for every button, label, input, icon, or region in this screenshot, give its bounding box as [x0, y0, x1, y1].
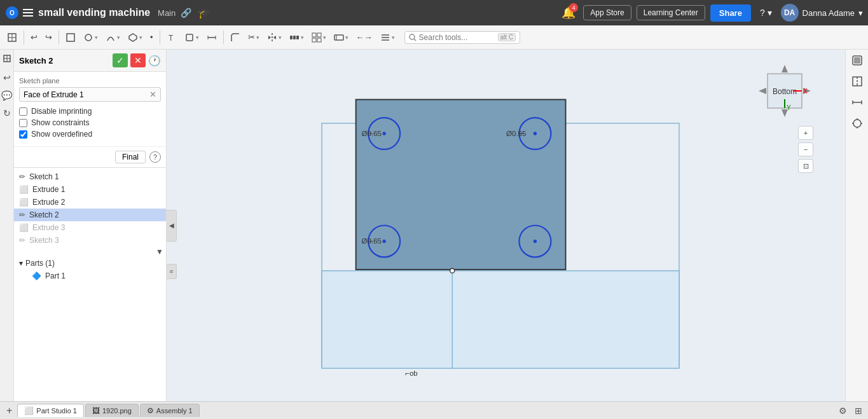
offset-btn[interactable]: ▾: [181, 30, 202, 45]
clear-plane-btn[interactable]: ✕: [149, 90, 156, 99]
tree-item-extrude1[interactable]: ⬜ Extrude 1: [14, 183, 166, 196]
tree-scroll-down[interactable]: ▼: [156, 247, 163, 256]
svg-rect-17: [293, 36, 296, 39]
bottom-left-btn-2[interactable]: ⊞: [851, 404, 865, 417]
svg-point-6: [85, 34, 92, 41]
tree-item-label: Extrude 2: [32, 198, 65, 207]
offset-icon: [184, 32, 195, 43]
grid-icon: [312, 32, 322, 43]
measure-tool-btn[interactable]: [849, 94, 865, 113]
sketch-mode-btn[interactable]: [4, 30, 20, 45]
tab-assembly-1[interactable]: ⚙ Assembly 1: [140, 404, 200, 417]
svg-rect-23: [334, 35, 343, 40]
arc-btn[interactable]: ▾: [102, 30, 123, 45]
disable-imprinting-checkbox[interactable]: [19, 107, 27, 116]
cad-viewport[interactable]: Ø0.65 Ø0.65 Ø0.65 ⌐ob: [167, 50, 845, 401]
fit-view-btn[interactable]: ⊡: [798, 159, 813, 173]
tree-item-label: Sketch 2: [29, 210, 59, 219]
search-input[interactable]: [419, 33, 495, 42]
svg-rect-19: [312, 33, 316, 37]
appstore-button[interactable]: App Store: [583, 5, 631, 20]
separator: [59, 31, 59, 45]
refresh-btn[interactable]: ↻: [1, 106, 13, 120]
grad-icon: 🎓: [198, 7, 210, 19]
svg-point-53: [534, 240, 537, 243]
zoom-out-btn[interactable]: −: [798, 142, 813, 156]
zoom-in-btn[interactable]: +: [798, 126, 813, 140]
fillet-btn[interactable]: [227, 30, 244, 45]
svg-rect-16: [290, 36, 293, 39]
tab-part-studio-1[interactable]: ⬜ Part Studio 1: [17, 404, 84, 417]
tree-item-extrude2[interactable]: ⬜ Extrude 2: [14, 196, 166, 209]
dimension-btn[interactable]: [203, 30, 220, 45]
separator: [223, 31, 224, 45]
tree-item-sketch1[interactable]: ✏ Sketch 1: [14, 170, 166, 183]
collapse-panel-btn[interactable]: ◀: [167, 210, 177, 242]
separator: [24, 31, 24, 45]
parts-header[interactable]: ▾ Parts (1): [14, 257, 166, 270]
list-toggle-btn[interactable]: ≡: [167, 264, 177, 279]
tree-item-sketch3[interactable]: ✏ Sketch 3: [14, 234, 166, 247]
sketch-help-btn[interactable]: ?: [149, 151, 161, 163]
sketch-panel: Sketch 2 ✓ ✕ 🕐 Sketch plane Face of Extr…: [14, 50, 166, 168]
main-label: Main: [158, 8, 176, 18]
grid-btn[interactable]: ▾: [308, 30, 329, 45]
onshape-logo: O: [5, 6, 19, 20]
tree-item-part1[interactable]: 🔷 Part 1: [27, 270, 166, 282]
render-btn[interactable]: ▾: [331, 30, 352, 45]
constraints-btn[interactable]: ▾: [377, 30, 398, 45]
new-sketch-btn[interactable]: [62, 30, 79, 45]
undo-side-btn[interactable]: ↩: [1, 71, 13, 85]
measure-btn[interactable]: ←→: [353, 30, 376, 45]
orientation-cube[interactable]: Bottom Y X: [756, 62, 813, 120]
learning-center-button[interactable]: Learning Center: [637, 5, 705, 20]
show-constraints-checkbox[interactable]: [19, 119, 27, 127]
comment-btn[interactable]: 💬: [0, 88, 14, 102]
notification-badge: 4: [569, 3, 578, 12]
add-tab-btn[interactable]: +: [3, 405, 16, 416]
section-view-btn[interactable]: [849, 73, 865, 92]
disable-imprinting-label: Disable imprinting: [31, 107, 92, 116]
appearance-btn[interactable]: [849, 52, 865, 71]
topbar: O small vending machine Main 🔗 🎓 🔔 4 App…: [0, 0, 868, 25]
fillet-icon: [230, 32, 240, 43]
linear-pattern-btn[interactable]: ▾: [286, 30, 307, 45]
transform-btn[interactable]: ▾: [80, 30, 101, 45]
undo-btn[interactable]: ↩: [27, 30, 41, 45]
text-btn[interactable]: T: [163, 30, 180, 45]
point-btn[interactable]: •: [147, 30, 156, 45]
extrude-icon: ⬜: [19, 198, 29, 207]
sketch-cancel-button[interactable]: ✕: [130, 53, 146, 67]
share-button[interactable]: Share: [710, 4, 751, 22]
sketch-confirm-button[interactable]: ✓: [113, 53, 128, 67]
svg-point-72: [853, 120, 861, 127]
tree-item-label: Part 1: [45, 271, 65, 280]
plane-name: Face of Extrude 1: [24, 90, 84, 99]
tree-item-extrude3[interactable]: ⬜ Extrude 3: [14, 221, 166, 234]
sketch-icon: ✏: [19, 172, 25, 181]
search-box: alt C: [404, 31, 521, 44]
show-overdefined-checkbox[interactable]: [19, 130, 27, 139]
search-hint: alt C: [498, 33, 516, 41]
sketch-history-btn[interactable]: 🕐: [148, 53, 161, 67]
tree-item-label: Extrude 3: [32, 223, 65, 232]
svg-point-41: [383, 132, 386, 135]
link-icon[interactable]: 🔗: [181, 8, 191, 18]
logo: O: [5, 6, 33, 20]
sketch-mode-toggle[interactable]: [1, 52, 13, 67]
polygon-btn[interactable]: ▾: [125, 30, 146, 45]
user-chevron[interactable]: ▾: [858, 8, 863, 18]
bottom-left-btn-1[interactable]: ⚙: [836, 404, 850, 417]
svg-text:O: O: [10, 10, 15, 17]
explode-btn[interactable]: [849, 115, 865, 134]
final-button[interactable]: Final: [115, 151, 146, 163]
trim-btn[interactable]: ✂ ▾: [245, 30, 263, 45]
tab-1920-png[interactable]: 🖼 1920.png: [85, 404, 139, 417]
redo-btn[interactable]: ↪: [42, 30, 55, 45]
hamburger-menu[interactable]: [23, 9, 33, 17]
mirror-btn[interactable]: ▾: [264, 30, 285, 45]
sketch-icon: [7, 32, 17, 43]
tree-item-sketch2[interactable]: ✏ Sketch 2: [14, 209, 166, 221]
help-button[interactable]: ? ▾: [756, 5, 776, 20]
notifications-button[interactable]: 🔔 4: [559, 3, 578, 22]
